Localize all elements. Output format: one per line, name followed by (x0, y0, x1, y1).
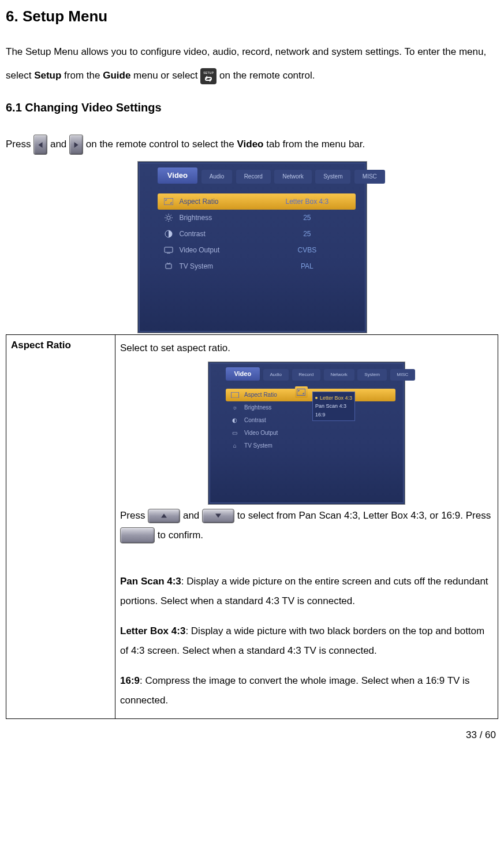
tab-misc: MISC (354, 170, 384, 183)
row-label: TV System (179, 262, 258, 271)
row-label: TV System (244, 440, 312, 452)
svg-rect-11 (165, 247, 173, 252)
aspect-popup: Letter Box 4:3 Pan Scan 4:3 16:9 (312, 392, 355, 421)
svg-line-8 (166, 219, 167, 221)
row-aspect-ratio: Aspect Ratio Letter Box 4:3 (158, 193, 356, 210)
remote-up-icon (148, 509, 180, 523)
text: Press and to select from Pan Scan 4:3, L… (120, 506, 493, 545)
intro-paragraph: The Setup Menu allows you to configure v… (6, 40, 498, 88)
text: on the remote control to select the (86, 139, 237, 150)
contrast-icon (158, 230, 180, 238)
tab-system: System (357, 369, 386, 380)
video-settings-screenshot: Video Audio Record Network System MISC A… (137, 161, 367, 333)
row-contrast: Contrast 25 (158, 226, 356, 242)
remote-right-icon (69, 135, 83, 155)
svg-rect-16 (231, 392, 238, 398)
tab-record: Record (292, 369, 320, 380)
row-tv-system: TV System PAL (158, 258, 356, 274)
tab-misc: MISC (390, 369, 416, 380)
row-label: Brightness (244, 402, 312, 414)
page-number: 33 / 60 (6, 728, 498, 742)
video-output-icon: ▭ (226, 427, 244, 439)
aspect-ratio-screenshot: Video Audio Record Network System MISC A… (208, 362, 405, 505)
row-label: Aspect Ratio (179, 197, 258, 207)
text: and (50, 139, 69, 150)
table-value-cell: Select to set aspect ratio. Video Audio … (115, 334, 498, 718)
tab-network: Network (274, 170, 311, 183)
tab-network: Network (324, 369, 354, 380)
row-contrast: ◐ Contrast (226, 414, 395, 427)
row-tv-system: ⌂ TV System (226, 439, 395, 452)
text: Select to set aspect ratio. (120, 338, 493, 358)
aspect-popup-icon (295, 386, 308, 398)
row-brightness: Brightness 25 (158, 210, 356, 226)
row-value: CVBS (259, 245, 356, 255)
tab-system: System (315, 170, 350, 183)
sixteen-nine-desc: 16:9: Compress the image to convert the … (120, 671, 493, 710)
text: on the remote control. (219, 70, 315, 81)
heading-1: 6. Setup Menu (6, 6, 498, 27)
tab-audio: Audio (263, 369, 289, 380)
row-label: Contrast (179, 229, 258, 239)
svg-line-7 (170, 219, 171, 221)
pan-scan-desc: Pan Scan 4:3: Display a wide picture on … (120, 572, 493, 611)
row-value: 25 (259, 213, 356, 223)
svg-rect-13 (166, 264, 171, 269)
contrast-icon: ◐ (226, 415, 244, 426)
aspect-icon (226, 392, 244, 398)
row-label: Video Output (179, 245, 258, 255)
svg-line-9 (170, 215, 171, 216)
text: menu or select (130, 70, 200, 81)
setup-remote-icon (200, 68, 216, 84)
tab-video: Video (226, 367, 260, 381)
svg-rect-0 (164, 198, 173, 205)
row-label: Contrast (244, 415, 312, 426)
menu-tabs: Video Audio Record Network System MISC (226, 369, 395, 380)
svg-line-6 (166, 215, 167, 216)
brightness-icon: ☼ (226, 402, 244, 414)
popup-item: Pan Scan 4:3 (315, 402, 352, 410)
row-brightness: ☼ Brightness (226, 401, 395, 414)
row-value: Letter Box 4:3 (259, 197, 356, 207)
aspect-ratio-table: Aspect Ratio Select to set aspect ratio.… (6, 334, 498, 719)
row-video-output: Video Output CVBS (158, 242, 356, 258)
menu-tabs: Video Audio Record Network System MISC (158, 170, 356, 183)
aspect-icon (158, 198, 180, 205)
heading-2: 6.1 Changing Video Settings (6, 99, 498, 116)
brightness-icon (158, 214, 180, 222)
remote-down-icon (202, 509, 234, 523)
remote-left-icon (33, 135, 47, 155)
row-label: Brightness (179, 213, 258, 223)
tv-system-icon (158, 262, 180, 270)
row-label: Video Output (244, 427, 312, 439)
tab-video: Video (158, 167, 197, 184)
letter-box-desc: Letter Box 4:3: Display a wide picture w… (120, 621, 493, 661)
row-aspect-ratio: Aspect Ratio (226, 389, 395, 401)
text-bold: Guide (103, 70, 130, 81)
row-value: 25 (259, 229, 356, 239)
text-bold: Setup (34, 70, 61, 81)
popup-item: Letter Box 4:3 (315, 394, 352, 402)
table-key: Aspect Ratio (6, 334, 115, 718)
video-output-icon (158, 247, 180, 254)
popup-item: 16:9 (315, 411, 352, 419)
tab-audio: Audio (201, 170, 232, 183)
tv-system-icon: ⌂ (226, 440, 244, 452)
text: tab from the menu bar. (264, 139, 365, 150)
text: from the (61, 70, 103, 81)
svg-rect-17 (297, 389, 305, 396)
text: Press (6, 139, 33, 150)
text-bold: Video (237, 139, 264, 150)
svg-point-1 (167, 216, 170, 219)
tab-record: Record (236, 170, 271, 183)
row-value: PAL (259, 262, 356, 271)
remote-ok-icon (120, 527, 155, 543)
row-video-output: ▭ Video Output (226, 427, 395, 439)
press-instruction: Press and on the remote control to selec… (6, 133, 498, 157)
